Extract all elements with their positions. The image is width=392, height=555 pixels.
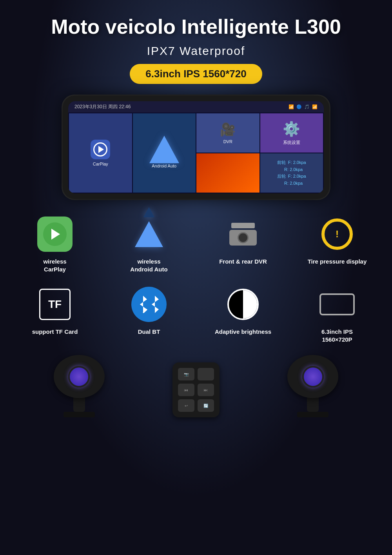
- screen-tile-android-label: Android Auto: [152, 164, 176, 168]
- screen-spec-icon: [319, 293, 355, 315]
- bluetooth-icon-large: [131, 287, 167, 322]
- android-auto-feature-label: wirelessAndroid Auto: [130, 258, 167, 273]
- screen-tile-dvr[interactable]: 🎥 DVR: [196, 113, 260, 153]
- tf-card-label-icon: TF: [48, 298, 62, 311]
- screen-tile-settings-label: 系统设置: [283, 140, 300, 146]
- tire-pressure-feature-label: Tire pressure display: [308, 258, 367, 266]
- carplay-feature-label: wirelessCarPlay: [43, 258, 66, 273]
- brightness-light-half: [243, 290, 257, 318]
- cameras-section: 📷 ⏮ ⏭ ↩ 🔄: [12, 355, 380, 417]
- brightness-feature-icon-wrap: [223, 285, 263, 324]
- android-auto-nav-large-icon: [135, 221, 163, 247]
- camera-mount: [231, 223, 255, 228]
- screen-grid: CarPlay Android Auto 🎥 DVR: [68, 113, 324, 193]
- remote-btn-camera[interactable]: 📷: [178, 368, 194, 380]
- remote-btn-next[interactable]: ⏭: [198, 384, 214, 396]
- tf-card-feature-icon-wrap: TF: [35, 285, 74, 324]
- dvr-feature-icon: [229, 223, 257, 246]
- tire-pressure-icon: !: [321, 218, 353, 250]
- brightness-dark-half: [229, 290, 243, 318]
- remote-control: 📷 ⏮ ⏭ ↩ 🔄: [172, 362, 220, 417]
- feature-carplay: wirelessCarPlay: [12, 215, 98, 273]
- dvr-feature-icon-wrap: [223, 215, 263, 254]
- screen-tile-dvr-label: DVR: [223, 139, 232, 144]
- bluetooth-icon: 🔵: [296, 104, 302, 109]
- feature-tf-card: TF support TF Card: [12, 285, 98, 343]
- screen-tile-android[interactable]: Android Auto: [133, 113, 196, 193]
- remote-body: 📷 ⏮ ⏭ ↩ 🔄: [172, 362, 220, 417]
- android-auto-feature-icon-wrap: [129, 215, 169, 254]
- screen-status-icons: 📶 🔵 🎵 📶: [289, 104, 318, 109]
- right-camera-lens: [302, 366, 324, 388]
- carplay-play-icon: [51, 229, 60, 240]
- svg-marker-2: [152, 296, 159, 313]
- dual-bt-feature-icon-wrap: [129, 285, 169, 324]
- brightness-icon: [227, 289, 259, 320]
- play-circle: [93, 142, 107, 156]
- settings-gear-icon: ⚙️: [283, 121, 300, 137]
- remote-btn-refresh[interactable]: 🔄: [198, 399, 214, 412]
- right-camera: [287, 355, 338, 417]
- feature-dual-bt: Dual BT: [106, 285, 192, 343]
- screen-tile-carplay-label: CarPlay: [93, 162, 108, 166]
- screen-tile-settings[interactable]: ⚙️ 系统设置: [260, 113, 323, 153]
- right-camera-base: [297, 412, 328, 417]
- carplay-logo-inner: [43, 222, 67, 246]
- screen-tile-carplay[interactable]: CarPlay: [69, 113, 132, 193]
- brightness-feature-label: Adaptive brightness: [215, 328, 271, 336]
- device-frame: 2023年3月30日 周四 22:46 📶 🔵 🎵 📶: [63, 96, 329, 199]
- device-mockup: 2023年3月30日 周四 22:46 📶 🔵 🎵 📶: [12, 96, 380, 199]
- carplay-icon: [91, 140, 110, 159]
- signal-icon: 📶: [312, 104, 318, 109]
- carplay-feature-icon-wrap: [35, 215, 74, 254]
- device-screen: 2023年3月30日 周四 22:46 📶 🔵 🎵 📶: [68, 101, 324, 193]
- left-camera-mount: [73, 396, 85, 412]
- android-auto-logo: [133, 218, 165, 250]
- android-auto-nav-inner: [143, 207, 154, 217]
- feature-dvr: Front & rear DVR: [200, 215, 286, 273]
- features-row2: TF support TF Card Dual BT: [12, 285, 380, 343]
- feature-android-auto: wirelessAndroid Auto: [106, 215, 192, 273]
- screen-spec-label: 6.3inch IPS1560×720P: [321, 328, 353, 343]
- camera-body: [229, 230, 257, 246]
- left-camera-lens: [68, 366, 90, 388]
- feature-brightness: Adaptive brightness: [200, 285, 286, 343]
- dvr-camera-icon: 🎥: [220, 122, 236, 137]
- features-row1: wirelessCarPlay wirelessAndroid Auto: [12, 215, 380, 273]
- tire-exclaim-icon: !: [336, 229, 339, 240]
- tire-feature-icon-wrap: !: [318, 215, 357, 254]
- left-camera-base: [64, 412, 95, 417]
- android-auto-nav-icon: [149, 136, 179, 163]
- screen-datetime: 2023年3月30日 周四 22:46: [74, 104, 131, 110]
- screen-spec-icon-wrap: [318, 285, 357, 324]
- remote-btn-empty: [198, 368, 214, 380]
- music-icon: 🎵: [304, 104, 310, 109]
- wifi-icon: 📶: [289, 104, 294, 109]
- tf-card-icon: TF: [39, 289, 71, 320]
- camera-lens: [238, 232, 249, 243]
- play-triangle-icon: [98, 146, 104, 153]
- remote-btn-prev[interactable]: ⏮: [178, 384, 194, 396]
- dual-bt-feature-label: Dual BT: [138, 328, 160, 336]
- feature-tire-pressure: ! Tire pressure display: [294, 215, 380, 273]
- tf-card-feature-label: support TF Card: [32, 328, 78, 336]
- carplay-logo: [37, 217, 73, 252]
- feature-screen-spec: 6.3inch IPS1560×720P: [294, 285, 380, 343]
- left-camera-body: [54, 355, 105, 398]
- tpms-data: 前轮 F: 2.0kpa R: 2.0kpa 后轮 F: 2.0kpa R: 2…: [277, 159, 306, 187]
- subtitle: IPX7 Waterproof: [12, 44, 380, 58]
- dvr-feature-label: Front & rear DVR: [219, 258, 267, 266]
- right-camera-body: [287, 355, 338, 398]
- left-camera: [54, 355, 105, 417]
- remote-btn-back[interactable]: ↩: [178, 399, 194, 412]
- screen-header: 2023年3月30日 周四 22:46 📶 🔵 🎵 📶: [68, 101, 324, 113]
- screen-tile-tpms[interactable]: 前轮 F: 2.0kpa R: 2.0kpa 后轮 F: 2.0kpa R: 2…: [260, 153, 323, 193]
- main-title: Moto veicolo Intelligente L300: [12, 16, 380, 38]
- spec-badge: 6.3inch IPS 1560*720: [130, 64, 262, 84]
- screen-tile-moto[interactable]: [196, 153, 260, 193]
- right-camera-mount: [307, 396, 319, 412]
